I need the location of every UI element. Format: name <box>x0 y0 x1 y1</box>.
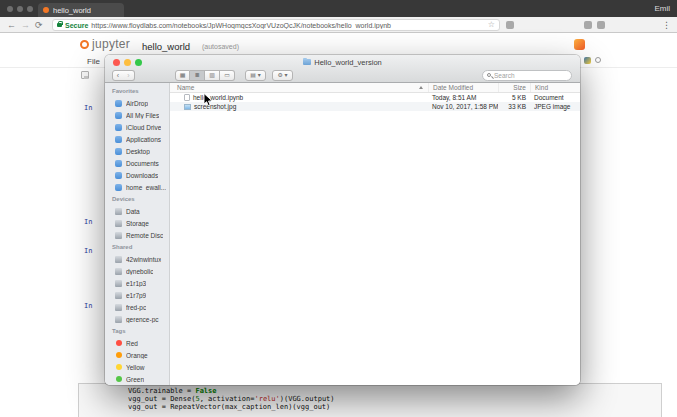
column-header-date[interactable]: Date Modified <box>428 83 498 92</box>
sidebar-item-label: AirDrop <box>126 100 148 107</box>
cell-prompt: In <box>84 302 105 310</box>
sidebar-item-fred-pc[interactable]: fred-pc <box>105 301 169 313</box>
column-header-label: Date Modified <box>433 84 473 91</box>
python-kernel-icon <box>584 57 591 64</box>
desktop-icon <box>115 148 122 155</box>
finder-titlebar[interactable]: Hello_world_version ‹ › ▦ ≣ ▥ ▭ ▤ ▾ ⚙ ▾ <box>105 55 580 83</box>
jupyter-logo[interactable]: jupyter <box>80 37 130 51</box>
refresh-button[interactable]: ⟳ <box>35 19 43 31</box>
arrange-menu-button[interactable]: ▤ ▾ <box>245 70 266 81</box>
action-gear-button[interactable]: ⚙ ▾ <box>272 70 293 81</box>
sidebar-item-e1r7p9[interactable]: e1r7p9 <box>105 289 169 301</box>
code-cell[interactable]: VGG.trainable = Falsevgg_out = Dense(5, … <box>78 383 662 417</box>
icloud-drive-icon <box>115 124 122 131</box>
sidebar-item-label: Yellow <box>126 364 145 371</box>
save-notebook-button[interactable] <box>81 71 89 79</box>
bookmark-star-icon[interactable]: ☆ <box>488 20 495 30</box>
sidebar-item-remote-disc[interactable]: Remote Disc <box>105 229 169 241</box>
browser-toolbar: ← → ⟳ Secure https://www.floydlabs.com/n… <box>0 17 677 33</box>
back-button[interactable]: ← <box>7 19 16 31</box>
address-bar[interactable]: Secure https://www.floydlabs.com/noteboo… <box>52 19 500 31</box>
list-view-button[interactable]: ≣ <box>190 70 205 81</box>
shared-computer-icon <box>115 268 122 275</box>
jupyter-planet-icon <box>80 40 89 49</box>
sidebar-item-label: Storage <box>126 220 149 227</box>
tag-red-icon <box>116 340 122 346</box>
url-text[interactable]: https://www.floydlabs.com/notebooks/JpWH… <box>91 22 484 29</box>
home-folder-icon <box>115 184 122 191</box>
sidebar-item-orange[interactable]: Orange <box>105 349 169 361</box>
sidebar-item-red[interactable]: Red <box>105 337 169 349</box>
extension-icon[interactable] <box>506 21 514 29</box>
sidebar-item-e1r1p3[interactable]: e1r1p3 <box>105 277 169 289</box>
sidebar-item-all-my-files[interactable]: All My Files <box>105 109 169 121</box>
sidebar-item-label: Documents <box>126 160 159 167</box>
sidebar-item-desktop[interactable]: Desktop <box>105 145 169 157</box>
sidebar-item-label: fred-pc <box>126 304 146 311</box>
finder-forward-button[interactable]: › <box>123 70 135 81</box>
column-header-kind[interactable]: Kind <box>530 83 580 92</box>
shared-computer-icon <box>115 316 122 323</box>
sidebar-item-label: iCloud Drive <box>126 124 161 131</box>
window-minimize-button[interactable] <box>17 6 23 12</box>
window-close-button[interactable] <box>7 6 13 12</box>
sidebar-item-gerence-pc[interactable]: gerence-pc <box>105 313 169 325</box>
forward-button[interactable]: → <box>21 19 30 31</box>
cell-prompt: In <box>84 247 105 255</box>
shared-computer-icon <box>115 256 122 263</box>
menu-file[interactable]: File <box>87 57 100 66</box>
sidebar-item-label: Red <box>126 340 138 347</box>
sidebar-item-airdrop[interactable]: AirDrop <box>105 97 169 109</box>
sidebar-item-label: All My Files <box>126 112 159 119</box>
coverflow-view-button[interactable]: ▭ <box>220 70 235 81</box>
table-row[interactable]: hello_world.ipynbToday, 8:51 AM5 KBDocum… <box>170 93 580 102</box>
sidebar-item-storage[interactable]: Storage <box>105 217 169 229</box>
shared-computer-icon <box>115 292 122 299</box>
sidebar-item-documents[interactable]: Documents <box>105 157 169 169</box>
finder-search-field[interactable] <box>482 70 572 81</box>
remote-disc-icon <box>115 232 122 239</box>
column-header-name[interactable]: Name <box>170 83 428 92</box>
column-header-size[interactable]: Size <box>498 83 530 92</box>
code-token: False <box>195 387 216 395</box>
all-my-files-icon <box>115 112 122 119</box>
browser-menu-icon[interactable]: ⋮ <box>662 19 671 31</box>
browser-tab[interactable]: hello_world <box>38 3 124 17</box>
window-zoom-button[interactable] <box>27 6 33 12</box>
sidebar-item-green[interactable]: Green <box>105 373 169 385</box>
extension-icon[interactable] <box>597 21 605 29</box>
search-input[interactable] <box>494 72 567 79</box>
document-file-icon <box>184 94 190 101</box>
airdrop-icon <box>115 100 122 107</box>
sidebar-item-label: gerence-pc <box>126 316 159 323</box>
sidebar-item-label: Green <box>126 376 144 383</box>
code-token: vgg_out = RepeatVector(max_caption_len)(… <box>128 403 330 411</box>
finder-column-headers: NameDate ModifiedSizeKind <box>170 83 580 93</box>
sidebar-item-home-ewall[interactable]: home_ewall... <box>105 181 169 193</box>
sidebar-item-data[interactable]: Data <box>105 205 169 217</box>
sidebar-item-label: 42winwintux <box>126 256 161 263</box>
sidebar-item-dynebolic[interactable]: dynebolic <box>105 265 169 277</box>
table-row[interactable]: screenshot.jpgNov 10, 2017, 1:58 PM33 KB… <box>170 102 580 111</box>
folder-icon <box>303 59 311 65</box>
browser-profile-name[interactable]: Emil <box>654 4 670 13</box>
column-view-button[interactable]: ▥ <box>205 70 220 81</box>
sidebar-item-42winwintux[interactable]: 42winwintux <box>105 253 169 265</box>
secure-lock-icon <box>57 23 62 27</box>
shared-computer-icon <box>115 304 122 311</box>
sidebar-item-downloads[interactable]: Downloads <box>105 169 169 181</box>
sidebar-item-icloud-drive[interactable]: iCloud Drive <box>105 121 169 133</box>
sidebar-item-yellow[interactable]: Yellow <box>105 361 169 373</box>
app-logo-icon[interactable] <box>574 39 585 50</box>
tag-yellow-icon <box>116 364 122 370</box>
code-line: vgg_out = Dense(5, activation='relu')(VG… <box>128 395 335 403</box>
finder-toolbar: ‹ › ▦ ≣ ▥ ▭ ▤ ▾ ⚙ ▾ <box>105 68 580 83</box>
notebook-title[interactable]: hello_world <box>142 41 190 52</box>
documents-icon <box>115 160 122 167</box>
icon-view-button[interactable]: ▦ <box>175 70 190 81</box>
sidebar-item-label: Orange <box>126 352 148 359</box>
disk-icon <box>115 220 122 227</box>
sidebar-item-applications[interactable]: Applications <box>105 133 169 145</box>
extension-icon[interactable] <box>584 21 592 29</box>
column-header-label: Kind <box>535 84 548 91</box>
